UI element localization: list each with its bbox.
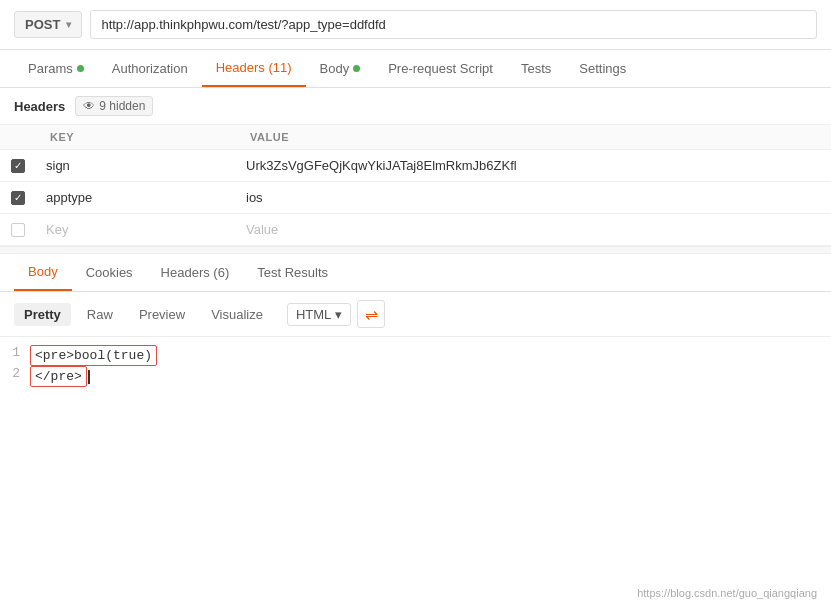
method-label: POST <box>25 17 60 32</box>
row1-checkbox[interactable]: ✓ <box>11 159 25 173</box>
url-input[interactable] <box>90 10 817 39</box>
line-num-1: 1 <box>0 345 30 360</box>
tab-body-label: Body <box>320 61 350 76</box>
tab-prerequest[interactable]: Pre-request Script <box>374 51 507 86</box>
tab-headers[interactable]: Headers (11) <box>202 50 306 87</box>
view-preview-btn[interactable]: Preview <box>129 303 195 326</box>
view-raw-btn[interactable]: Raw <box>77 303 123 326</box>
body-toolbar: Pretty Raw Preview Visualize HTML ▾ ⇌ <box>0 292 831 337</box>
method-select[interactable]: POST ▾ <box>14 11 82 38</box>
row1-key[interactable]: sign <box>36 150 236 182</box>
tab-settings-label: Settings <box>579 61 626 76</box>
tab-tests[interactable]: Tests <box>507 51 565 86</box>
table-row: ✓ apptype ios <box>0 182 831 214</box>
footer-url: https://blog.csdn.net/guo_qiangqiang <box>637 587 817 599</box>
checkbox-col-header <box>0 125 36 150</box>
table-row-empty: Key Value <box>0 214 831 246</box>
url-bar: POST ▾ <box>0 0 831 50</box>
word-wrap-btn[interactable]: ⇌ <box>357 300 385 328</box>
row2-key[interactable]: apptype <box>36 182 236 214</box>
row3-value[interactable]: Value <box>236 214 831 246</box>
code-content-1: <pre>bool(true) <box>30 345 831 366</box>
key-col-header: KEY <box>36 125 236 150</box>
hidden-badge[interactable]: 👁 9 hidden <box>75 96 153 116</box>
cursor <box>88 370 90 384</box>
eye-icon: 👁 <box>83 99 95 113</box>
checkmark: ✓ <box>14 161 22 171</box>
tab-params-label: Params <box>28 61 73 76</box>
hidden-count: 9 hidden <box>99 99 145 113</box>
row1-value[interactable]: Urk3ZsVgGFeQjKqwYkiJATaj8ElmRkmJb6ZKfl <box>236 150 831 182</box>
table-row: ✓ sign Urk3ZsVgGFeQjKqwYkiJATaj8ElmRkmJb… <box>0 150 831 182</box>
row2-checkbox[interactable]: ✓ <box>11 191 25 205</box>
response-tab-bar: Body Cookies Headers (6) Test Results <box>0 254 831 292</box>
headers-table: KEY VALUE ✓ sign Urk3ZsVgGFeQjKqwYkiJATa… <box>0 125 831 246</box>
value-col-header: VALUE <box>236 125 831 150</box>
tab-tests-label: Tests <box>521 61 551 76</box>
response-tab-cookies[interactable]: Cookies <box>72 255 147 290</box>
view-visualize-btn[interactable]: Visualize <box>201 303 273 326</box>
headers-section-header: Headers 👁 9 hidden <box>0 88 831 125</box>
method-chevron: ▾ <box>66 19 71 30</box>
footer: https://blog.csdn.net/guo_qiangqiang <box>637 587 817 599</box>
row3-key[interactable]: Key <box>36 214 236 246</box>
code-highlight-1: <pre>bool(true) <box>30 345 157 366</box>
code-line-1: 1 <pre>bool(true) <box>0 345 831 366</box>
response-tab-headers-label: Headers (6) <box>161 265 230 280</box>
body-dot <box>353 65 360 72</box>
tab-prerequest-label: Pre-request Script <box>388 61 493 76</box>
code-area: 1 <pre>bool(true) 2 </pre> <box>0 337 831 395</box>
response-tab-testresults[interactable]: Test Results <box>243 255 342 290</box>
request-tab-bar: Params Authorization Headers (11) Body P… <box>0 50 831 88</box>
tab-body[interactable]: Body <box>306 51 375 86</box>
checkmark: ✓ <box>14 193 22 203</box>
code-content-2: </pre> <box>30 366 831 387</box>
response-tab-body-label: Body <box>28 264 58 279</box>
code-highlight-2: </pre> <box>30 366 87 387</box>
response-tab-testresults-label: Test Results <box>257 265 328 280</box>
line-num-2: 2 <box>0 366 30 381</box>
tab-settings[interactable]: Settings <box>565 51 640 86</box>
response-tab-cookies-label: Cookies <box>86 265 133 280</box>
row3-checkbox[interactable] <box>11 223 25 237</box>
section-divider <box>0 246 831 254</box>
response-tab-headers[interactable]: Headers (6) <box>147 255 244 290</box>
tab-authorization-label: Authorization <box>112 61 188 76</box>
tab-authorization[interactable]: Authorization <box>98 51 202 86</box>
response-tab-body[interactable]: Body <box>14 254 72 291</box>
format-select[interactable]: HTML ▾ <box>287 303 351 326</box>
view-pretty-btn[interactable]: Pretty <box>14 303 71 326</box>
tab-headers-label: Headers (11) <box>216 60 292 75</box>
tab-params[interactable]: Params <box>14 51 98 86</box>
format-chevron: ▾ <box>335 307 342 322</box>
format-label: HTML <box>296 307 331 322</box>
code-line-2: 2 </pre> <box>0 366 831 387</box>
row2-value[interactable]: ios <box>236 182 831 214</box>
headers-section-title: Headers <box>14 99 65 114</box>
word-wrap-icon: ⇌ <box>365 305 378 324</box>
params-dot <box>77 65 84 72</box>
